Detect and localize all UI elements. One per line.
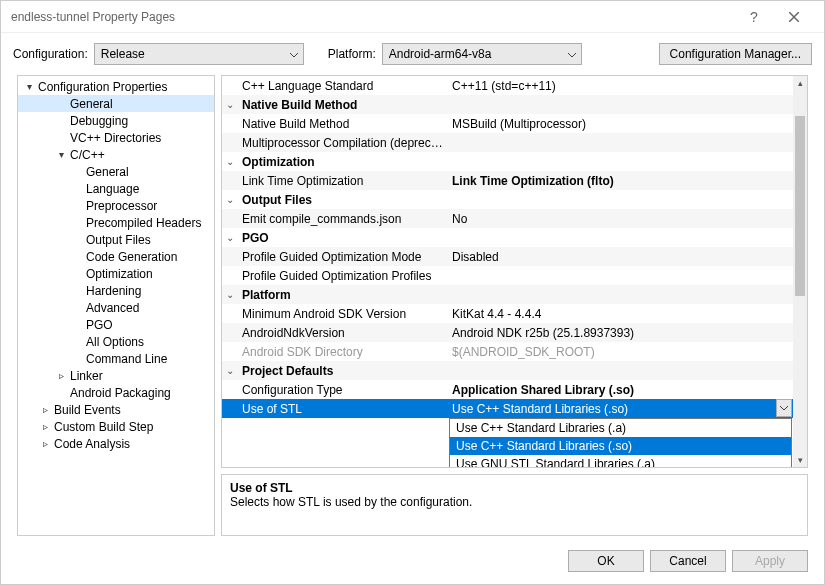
nav-tree[interactable]: ▾ Configuration Properties GeneralDebugg… bbox=[17, 75, 215, 536]
property-value[interactable]: C++11 (std=c++11) bbox=[448, 79, 793, 93]
dropdown-option[interactable]: Use C++ Standard Libraries (.a) bbox=[450, 419, 791, 437]
tree-item[interactable]: ▹Code Analysis bbox=[18, 435, 214, 452]
platform-value: Android-arm64-v8a bbox=[389, 47, 492, 61]
grid-row[interactable]: AndroidNdkVersionAndroid NDK r25b (25.1.… bbox=[222, 323, 793, 342]
cancel-button[interactable]: Cancel bbox=[650, 550, 726, 572]
property-value[interactable]: KitKat 4.4 - 4.4.4 bbox=[448, 307, 793, 321]
grid-group-row[interactable]: ⌄Native Build Method bbox=[222, 95, 793, 114]
window-title: endless-tunnel Property Pages bbox=[11, 10, 734, 24]
property-value[interactable]: Link Time Optimization (flto) bbox=[448, 174, 793, 188]
expand-icon[interactable]: ▹ bbox=[38, 438, 52, 449]
property-name: Optimization bbox=[238, 155, 448, 169]
expand-icon[interactable]: ▹ bbox=[54, 370, 68, 381]
tree-item-label: Output Files bbox=[84, 233, 151, 247]
grid-row[interactable]: Emit compile_commands.jsonNo bbox=[222, 209, 793, 228]
tree-item-label: Custom Build Step bbox=[52, 420, 153, 434]
property-value[interactable]: $(ANDROID_SDK_ROOT) bbox=[448, 345, 793, 359]
grid-row[interactable]: Profile Guided Optimization ModeDisabled bbox=[222, 247, 793, 266]
grid-row[interactable]: Configuration TypeApplication Shared Lib… bbox=[222, 380, 793, 399]
expand-icon[interactable]: ⌄ bbox=[222, 289, 238, 300]
grid-group-row[interactable]: ⌄Project Defaults bbox=[222, 361, 793, 380]
scroll-down-icon[interactable]: ▾ bbox=[793, 453, 807, 467]
tree-item-label: Language bbox=[84, 182, 139, 196]
expand-icon[interactable]: ▹ bbox=[38, 404, 52, 415]
expand-icon[interactable]: ⌄ bbox=[222, 156, 238, 167]
vertical-scrollbar[interactable]: ▴ ▾ bbox=[793, 76, 807, 467]
tree-item[interactable]: ▾C/C++ bbox=[18, 146, 214, 163]
grid-group-row[interactable]: ⌄Output Files bbox=[222, 190, 793, 209]
property-pages-window: endless-tunnel Property Pages ? Configur… bbox=[0, 0, 825, 585]
grid-row[interactable]: Link Time OptimizationLink Time Optimiza… bbox=[222, 171, 793, 190]
expand-icon[interactable]: ⌄ bbox=[222, 232, 238, 243]
help-button[interactable]: ? bbox=[734, 1, 774, 33]
grid-row[interactable]: Use of STLUse C++ Standard Libraries (.s… bbox=[222, 399, 793, 418]
grid-group-row[interactable]: ⌄PGO bbox=[222, 228, 793, 247]
tree-item[interactable]: Output Files bbox=[18, 231, 214, 248]
expand-icon[interactable]: ⌄ bbox=[222, 365, 238, 376]
grid-row[interactable]: Profile Guided Optimization Profiles bbox=[222, 266, 793, 285]
tree-item-label: VC++ Directories bbox=[68, 131, 161, 145]
tree-item-label: General bbox=[68, 97, 113, 111]
expand-icon[interactable]: ⌄ bbox=[222, 194, 238, 205]
tree-item-label: General bbox=[84, 165, 129, 179]
property-value[interactable]: Android NDK r25b (25.1.8937393) bbox=[448, 326, 793, 340]
expand-icon[interactable]: ⌄ bbox=[222, 99, 238, 110]
expand-icon[interactable]: ▾ bbox=[54, 149, 68, 160]
tree-item[interactable]: Language bbox=[18, 180, 214, 197]
grid-group-row[interactable]: ⌄Platform bbox=[222, 285, 793, 304]
tree-item[interactable]: Precompiled Headers bbox=[18, 214, 214, 231]
property-value[interactable]: MSBuild (Multiprocessor) bbox=[448, 117, 793, 131]
property-value[interactable]: Use C++ Standard Libraries (.so) bbox=[448, 402, 793, 416]
property-value[interactable]: Application Shared Library (.so) bbox=[448, 383, 793, 397]
tree-root[interactable]: ▾ Configuration Properties bbox=[18, 78, 214, 95]
tree-item[interactable]: ▹Linker bbox=[18, 367, 214, 384]
tree-item[interactable]: VC++ Directories bbox=[18, 129, 214, 146]
grid-group-row[interactable]: ⌄Optimization bbox=[222, 152, 793, 171]
tree-item[interactable]: Preprocessor bbox=[18, 197, 214, 214]
tree-item[interactable]: Command Line bbox=[18, 350, 214, 367]
description-panel: Use of STL Selects how STL is used by th… bbox=[221, 474, 808, 536]
tree-item[interactable]: Android Packaging bbox=[18, 384, 214, 401]
tree-item-label: Code Generation bbox=[84, 250, 177, 264]
grid-row[interactable]: Multiprocessor Compilation (deprecated) bbox=[222, 133, 793, 152]
grid-row[interactable]: Native Build MethodMSBuild (Multiprocess… bbox=[222, 114, 793, 133]
grid-row[interactable]: Minimum Android SDK VersionKitKat 4.4 - … bbox=[222, 304, 793, 323]
property-grid[interactable]: C++ Language StandardC++11 (std=c++11)⌄N… bbox=[221, 75, 808, 468]
configuration-manager-button[interactable]: Configuration Manager... bbox=[659, 43, 812, 65]
tree-item[interactable]: Optimization bbox=[18, 265, 214, 282]
property-value[interactable]: No bbox=[448, 212, 793, 226]
configuration-select[interactable]: Release bbox=[94, 43, 304, 65]
stl-dropdown-list[interactable]: Use C++ Standard Libraries (.a)Use C++ S… bbox=[449, 418, 792, 468]
property-name: Project Defaults bbox=[238, 364, 448, 378]
dropdown-option[interactable]: Use GNU STL Standard Libraries (.a) bbox=[450, 455, 791, 468]
platform-select[interactable]: Android-arm64-v8a bbox=[382, 43, 582, 65]
tree-item[interactable]: Advanced bbox=[18, 299, 214, 316]
tree-item[interactable]: ▹Build Events bbox=[18, 401, 214, 418]
tree-item[interactable]: ▹Custom Build Step bbox=[18, 418, 214, 435]
value-dropdown-button[interactable] bbox=[776, 399, 792, 417]
main-area: ▾ Configuration Properties GeneralDebugg… bbox=[1, 75, 824, 544]
property-name: Link Time Optimization bbox=[238, 174, 448, 188]
tree-item-label: All Options bbox=[84, 335, 144, 349]
grid-row[interactable]: Android SDK Directory$(ANDROID_SDK_ROOT) bbox=[222, 342, 793, 361]
tree-item-label: Precompiled Headers bbox=[84, 216, 201, 230]
collapse-icon[interactable]: ▾ bbox=[22, 81, 36, 92]
tree-item[interactable]: Hardening bbox=[18, 282, 214, 299]
tree-item[interactable]: Debugging bbox=[18, 112, 214, 129]
property-name: Output Files bbox=[238, 193, 448, 207]
tree-item[interactable]: All Options bbox=[18, 333, 214, 350]
ok-button[interactable]: OK bbox=[568, 550, 644, 572]
expand-icon[interactable]: ▹ bbox=[38, 421, 52, 432]
tree-item[interactable]: General bbox=[18, 95, 214, 112]
grid-row[interactable]: C++ Language StandardC++11 (std=c++11) bbox=[222, 76, 793, 95]
scroll-up-icon[interactable]: ▴ bbox=[793, 76, 807, 90]
close-button[interactable] bbox=[774, 1, 814, 33]
tree-item[interactable]: PGO bbox=[18, 316, 214, 333]
scroll-thumb[interactable] bbox=[795, 116, 805, 296]
property-value[interactable]: Disabled bbox=[448, 250, 793, 264]
apply-button[interactable]: Apply bbox=[732, 550, 808, 572]
tree-item[interactable]: Code Generation bbox=[18, 248, 214, 265]
tree-item[interactable]: General bbox=[18, 163, 214, 180]
dropdown-option[interactable]: Use C++ Standard Libraries (.so) bbox=[450, 437, 791, 455]
property-name: Multiprocessor Compilation (deprecated) bbox=[238, 136, 448, 150]
